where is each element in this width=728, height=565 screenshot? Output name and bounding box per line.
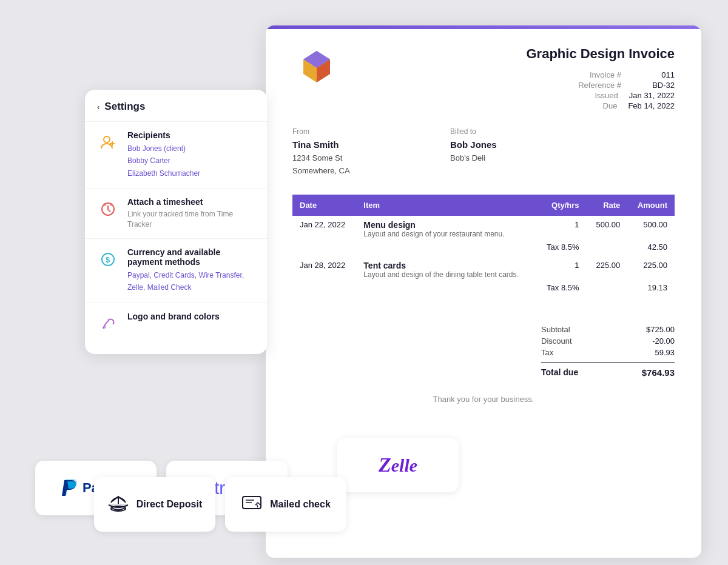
col-qty: Qty/hrs [536, 195, 586, 216]
zelle-logo: Zelle [379, 453, 417, 476]
mailed-check-label: Mailed check [270, 499, 331, 510]
col-rate: Rate [587, 195, 628, 216]
table-row-1-tax: Tax 8.5% 42.50 [292, 242, 675, 256]
row1-tax-label: Tax 8.5% [536, 242, 586, 256]
row1-amount: 500.00 [627, 216, 675, 242]
chevron-icon: ‹ [97, 102, 99, 112]
discount-row: Discount -20.00 [292, 336, 675, 346]
timesheet-label: Attach a timesheet [127, 197, 255, 207]
settings-section-logo[interactable]: Logo and brand colors [85, 303, 267, 343]
table-row-1: Jan 22, 2022 Menu design Layout and desi… [292, 216, 675, 242]
recipient-3[interactable]: Elizabeth Schumacher [127, 167, 200, 179]
mailed-check-icon [241, 492, 263, 517]
invoice-thank-you: Thank you for your business. [266, 395, 701, 410]
due-value: Feb 14, 2022 [628, 101, 675, 110]
from-label: From [292, 127, 414, 136]
reference-row: Reference # BD-32 [526, 81, 675, 90]
tax-total-row: Tax 59.93 [292, 348, 675, 357]
total-due-value: $764.93 [626, 367, 675, 378]
invoice-totals: Subtotal $725.00 Discount -20.00 Tax 59.… [266, 315, 701, 378]
invoice-num-row: Invoice # 011 [526, 70, 675, 79]
zelle-card[interactable]: Zelle [337, 438, 459, 492]
issued-row: Issued Jan 31, 2022 [526, 91, 675, 100]
total-due-row: Total due $764.93 [292, 367, 675, 378]
table-row-2: Jan 28, 2022 Tent cards Layout and desig… [292, 256, 675, 283]
logo-label: Logo and brand colors [127, 312, 220, 321]
svg-text:$: $ [106, 255, 110, 264]
recipient-2[interactable]: Bobby Carter [127, 155, 200, 167]
row1-date: Jan 22, 2022 [292, 216, 356, 242]
svg-line-5 [108, 210, 110, 212]
recipients-content: Recipients Bob Jones (client) Bobby Cart… [127, 130, 200, 179]
settings-section-timesheet[interactable]: Attach a timesheet Link your tracked tim… [85, 188, 267, 238]
paint-icon [97, 313, 119, 335]
row1-rate: 500.00 [587, 216, 628, 242]
currency-label: Currency and available payment methods [127, 247, 255, 267]
issued-value: Jan 31, 2022 [629, 91, 675, 100]
billed-company: Bob's Deli [450, 152, 571, 165]
row2-item-name: Tent cards [363, 261, 529, 270]
direct-deposit-icon [107, 492, 129, 518]
clock-icon [97, 198, 119, 220]
discount-label: Discount [541, 336, 626, 346]
invoice-header: Graphic Design Invoice Invoice # 011 Ref… [292, 46, 675, 110]
row1-qty: 1 [536, 216, 586, 242]
due-label: Due [568, 101, 617, 110]
settings-title: Settings [104, 101, 145, 113]
subtotal-label: Subtotal [541, 325, 626, 334]
row2-rate: 225.00 [587, 256, 628, 283]
invoice-logo [292, 46, 341, 95]
row2-item-desc: Layout and design of the dining table te… [363, 270, 529, 279]
billed-block: Billed to Bob Jones Bob's Deli [450, 127, 571, 178]
logo-content: Logo and brand colors [127, 312, 220, 324]
zelle-card-wrapper: Zelle [337, 438, 459, 492]
from-address: 1234 Some St Somewhere, CA [292, 152, 414, 178]
row2-qty: 1 [536, 256, 586, 283]
bottom-payment-row: Direct Deposit Mailed check [94, 477, 346, 532]
direct-deposit-card[interactable]: Direct Deposit [94, 477, 215, 532]
invoice-num-label: Invoice # [573, 70, 621, 79]
tax-total-value: 59.93 [626, 348, 675, 357]
invoice-meta: Invoice # 011 Reference # BD-32 Issued J… [526, 70, 675, 110]
timesheet-desc: Link your tracked time from Time Tracker [127, 209, 255, 230]
row2-item: Tent cards Layout and design of the dini… [356, 256, 536, 283]
settings-panel: ‹ Settings Recipients Bob Jones (client)… [85, 90, 267, 354]
mailed-check-card[interactable]: Mailed check [225, 477, 346, 532]
currency-content: Currency and available payment methods P… [127, 247, 255, 294]
invoice-num-value: 011 [632, 70, 675, 79]
billed-label: Billed to [450, 127, 571, 136]
row2-tax-amount: 19.13 [627, 283, 675, 297]
total-due-label: Total due [541, 367, 626, 378]
tax-total-label: Tax [541, 348, 626, 357]
currency-links: Paypal, Credit Cards, Wire Transfer,Zell… [127, 269, 255, 294]
settings-section-currency[interactable]: $ Currency and available payment methods… [85, 238, 267, 303]
issued-label: Issued [570, 91, 618, 100]
col-item: Item [356, 195, 536, 216]
invoice-table: Date Item Qty/hrs Rate Amount Jan 22, 20… [292, 195, 675, 297]
recipients-links: Bob Jones (client) Bobby Carter Elizabet… [127, 142, 200, 179]
from-block: From Tina Smith 1234 Some St Somewhere, … [292, 127, 414, 178]
subtotal-row: Subtotal $725.00 [292, 325, 675, 334]
currency-link-1[interactable]: Paypal, Credit Cards, Wire Transfer,Zell… [127, 269, 255, 294]
svg-point-0 [104, 136, 110, 142]
row2-date: Jan 28, 2022 [292, 256, 356, 283]
settings-section-recipients[interactable]: Recipients Bob Jones (client) Bobby Cart… [85, 121, 267, 188]
due-row: Due Feb 14, 2022 [526, 101, 675, 110]
col-date: Date [292, 195, 356, 216]
total-divider [541, 362, 675, 363]
reference-label: Reference # [573, 81, 621, 90]
recipients-label: Recipients [127, 130, 200, 140]
direct-deposit-label: Direct Deposit [136, 499, 202, 510]
user-plus-icon [97, 132, 119, 153]
reference-value: BD-32 [632, 81, 675, 90]
invoice-title: Graphic Design Invoice [526, 46, 675, 62]
subtotal-value: $725.00 [626, 325, 675, 334]
row1-tax-amount: 42.50 [627, 242, 675, 256]
settings-header: ‹ Settings [85, 101, 267, 121]
row1-item-desc: Layout and design of your restaurant men… [363, 230, 529, 238]
recipient-1[interactable]: Bob Jones (client) [127, 142, 200, 155]
row2-amount: 225.00 [627, 256, 675, 283]
col-amount: Amount [627, 195, 675, 216]
invoice-title-block: Graphic Design Invoice Invoice # 011 Ref… [526, 46, 675, 110]
billed-name: Bob Jones [450, 139, 571, 150]
